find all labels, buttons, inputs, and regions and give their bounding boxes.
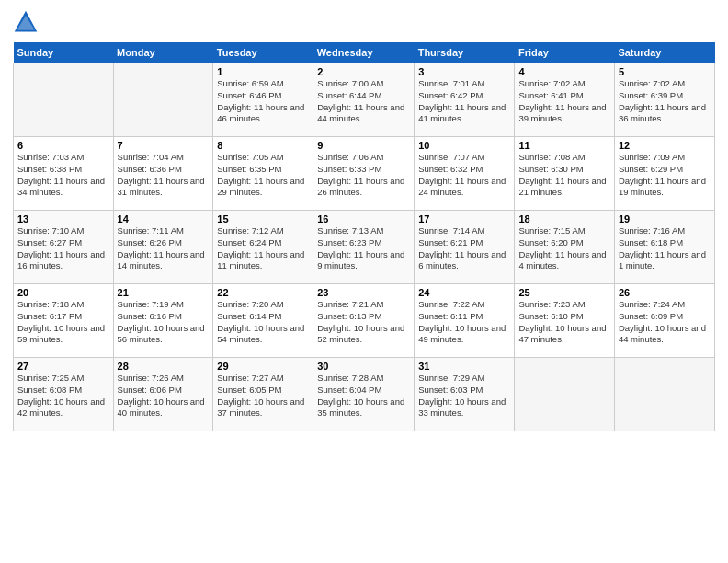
- day-number: 27: [17, 361, 109, 372]
- day-info: Sunrise: 7:02 AMSunset: 6:41 PMDaylight:…: [518, 78, 609, 125]
- day-number: 31: [418, 361, 510, 372]
- day-number: 19: [619, 213, 711, 224]
- day-info: Sunrise: 7:10 AMSunset: 6:27 PMDaylight:…: [17, 225, 109, 272]
- calendar-cell: 31Sunrise: 7:29 AMSunset: 6:03 PMDayligh…: [415, 358, 515, 431]
- weekday-header-monday: Monday: [113, 42, 213, 63]
- day-info: Sunrise: 7:28 AMSunset: 6:04 PMDaylight:…: [317, 373, 410, 419]
- weekday-header-thursday: Thursday: [415, 42, 515, 63]
- calendar-cell: 30Sunrise: 7:28 AMSunset: 6:04 PMDayligh…: [313, 358, 415, 431]
- calendar-cell: 11Sunrise: 7:08 AMSunset: 6:30 PMDayligh…: [515, 137, 614, 211]
- day-info: Sunrise: 7:14 AMSunset: 6:21 PMDaylight:…: [418, 225, 510, 272]
- calendar-cell: 24Sunrise: 7:22 AMSunset: 6:11 PMDayligh…: [415, 284, 515, 358]
- calendar-cell: 2Sunrise: 7:00 AMSunset: 6:44 PMDaylight…: [313, 63, 415, 137]
- calendar-cell: 1Sunrise: 6:59 AMSunset: 6:46 PMDaylight…: [213, 63, 313, 137]
- day-info: Sunrise: 7:29 AMSunset: 6:03 PMDaylight:…: [418, 373, 510, 419]
- day-number: 29: [217, 361, 309, 372]
- day-info: Sunrise: 7:23 AMSunset: 6:10 PMDaylight:…: [518, 299, 609, 346]
- day-number: 20: [17, 287, 109, 298]
- calendar-week-row: 27Sunrise: 7:25 AMSunset: 6:08 PMDayligh…: [14, 358, 715, 431]
- day-number: 13: [17, 213, 109, 224]
- calendar-cell: 21Sunrise: 7:19 AMSunset: 6:16 PMDayligh…: [113, 284, 213, 358]
- calendar-cell: 14Sunrise: 7:11 AMSunset: 6:26 PMDayligh…: [113, 211, 213, 284]
- calendar-week-row: 6Sunrise: 7:03 AMSunset: 6:38 PMDaylight…: [14, 137, 715, 211]
- day-number: 5: [619, 66, 711, 77]
- calendar-cell: 5Sunrise: 7:02 AMSunset: 6:39 PMDaylight…: [614, 63, 714, 137]
- day-number: 16: [317, 213, 410, 224]
- calendar-cell: 10Sunrise: 7:07 AMSunset: 6:32 PMDayligh…: [415, 137, 515, 211]
- calendar-cell: 23Sunrise: 7:21 AMSunset: 6:13 PMDayligh…: [313, 284, 415, 358]
- day-info: Sunrise: 7:03 AMSunset: 6:38 PMDaylight:…: [17, 152, 109, 199]
- day-number: 23: [317, 287, 410, 298]
- calendar-cell: 3Sunrise: 7:01 AMSunset: 6:42 PMDaylight…: [415, 63, 515, 137]
- calendar-cell: 19Sunrise: 7:16 AMSunset: 6:18 PMDayligh…: [614, 211, 714, 284]
- weekday-header-row: SundayMondayTuesdayWednesdayThursdayFrid…: [14, 42, 715, 63]
- day-info: Sunrise: 7:04 AMSunset: 6:36 PMDaylight:…: [118, 152, 210, 199]
- day-info: Sunrise: 7:19 AMSunset: 6:16 PMDaylight:…: [118, 299, 210, 346]
- calendar-cell: 9Sunrise: 7:06 AMSunset: 6:33 PMDaylight…: [313, 137, 415, 211]
- day-number: 12: [619, 140, 711, 151]
- calendar-cell: 26Sunrise: 7:24 AMSunset: 6:09 PMDayligh…: [614, 284, 714, 358]
- day-info: Sunrise: 7:09 AMSunset: 6:29 PMDaylight:…: [619, 152, 711, 199]
- calendar-cell: 18Sunrise: 7:15 AMSunset: 6:20 PMDayligh…: [515, 211, 614, 284]
- day-info: Sunrise: 7:16 AMSunset: 6:18 PMDaylight:…: [619, 225, 711, 272]
- day-info: Sunrise: 7:13 AMSunset: 6:23 PMDaylight:…: [317, 225, 410, 272]
- calendar-cell: 7Sunrise: 7:04 AMSunset: 6:36 PMDaylight…: [113, 137, 213, 211]
- calendar-cell: 22Sunrise: 7:20 AMSunset: 6:14 PMDayligh…: [213, 284, 313, 358]
- day-info: Sunrise: 7:06 AMSunset: 6:33 PMDaylight:…: [317, 152, 410, 199]
- day-number: 8: [217, 140, 309, 151]
- day-number: 6: [17, 140, 109, 151]
- weekday-header-wednesday: Wednesday: [313, 42, 415, 63]
- day-info: Sunrise: 7:25 AMSunset: 6:08 PMDaylight:…: [17, 373, 109, 419]
- calendar-week-row: 1Sunrise: 6:59 AMSunset: 6:46 PMDaylight…: [14, 63, 715, 137]
- day-number: 22: [217, 287, 309, 298]
- day-info: Sunrise: 7:07 AMSunset: 6:32 PMDaylight:…: [418, 152, 510, 199]
- calendar-cell: 29Sunrise: 7:27 AMSunset: 6:05 PMDayligh…: [213, 358, 313, 431]
- weekday-header-sunday: Sunday: [14, 42, 114, 63]
- day-info: Sunrise: 7:20 AMSunset: 6:14 PMDaylight:…: [217, 299, 309, 346]
- calendar-cell: 28Sunrise: 7:26 AMSunset: 6:06 PMDayligh…: [113, 358, 213, 431]
- weekday-header-saturday: Saturday: [614, 42, 714, 63]
- day-number: 17: [418, 213, 510, 224]
- day-number: 14: [118, 213, 210, 224]
- day-number: 9: [317, 140, 410, 151]
- day-info: Sunrise: 7:01 AMSunset: 6:42 PMDaylight:…: [418, 78, 510, 125]
- day-info: Sunrise: 7:27 AMSunset: 6:05 PMDaylight:…: [217, 373, 309, 419]
- day-number: 28: [118, 361, 210, 372]
- day-number: 10: [418, 140, 510, 151]
- calendar-cell: 13Sunrise: 7:10 AMSunset: 6:27 PMDayligh…: [14, 211, 114, 284]
- page-header: [13, 9, 715, 35]
- calendar-week-row: 20Sunrise: 7:18 AMSunset: 6:17 PMDayligh…: [14, 284, 715, 358]
- weekday-header-friday: Friday: [515, 42, 614, 63]
- day-info: Sunrise: 7:24 AMSunset: 6:09 PMDaylight:…: [619, 299, 711, 346]
- day-number: 4: [518, 66, 609, 77]
- calendar-cell: [14, 63, 114, 137]
- calendar-cell: 17Sunrise: 7:14 AMSunset: 6:21 PMDayligh…: [415, 211, 515, 284]
- day-number: 25: [518, 287, 609, 298]
- day-info: Sunrise: 6:59 AMSunset: 6:46 PMDaylight:…: [217, 78, 309, 125]
- day-number: 30: [317, 361, 410, 372]
- logo-icon: [13, 9, 39, 35]
- calendar-cell: 4Sunrise: 7:02 AMSunset: 6:41 PMDaylight…: [515, 63, 614, 137]
- calendar-cell: 15Sunrise: 7:12 AMSunset: 6:24 PMDayligh…: [213, 211, 313, 284]
- calendar-cell: 20Sunrise: 7:18 AMSunset: 6:17 PMDayligh…: [14, 284, 114, 358]
- calendar-cell: [113, 63, 213, 137]
- day-info: Sunrise: 7:11 AMSunset: 6:26 PMDaylight:…: [118, 225, 210, 272]
- calendar-week-row: 13Sunrise: 7:10 AMSunset: 6:27 PMDayligh…: [14, 211, 715, 284]
- calendar-cell: 8Sunrise: 7:05 AMSunset: 6:35 PMDaylight…: [213, 137, 313, 211]
- day-info: Sunrise: 7:21 AMSunset: 6:13 PMDaylight:…: [317, 299, 410, 346]
- calendar-cell: 12Sunrise: 7:09 AMSunset: 6:29 PMDayligh…: [614, 137, 714, 211]
- calendar-cell: [614, 358, 714, 431]
- day-info: Sunrise: 7:15 AMSunset: 6:20 PMDaylight:…: [518, 225, 609, 272]
- day-info: Sunrise: 7:18 AMSunset: 6:17 PMDaylight:…: [17, 299, 109, 346]
- day-info: Sunrise: 7:12 AMSunset: 6:24 PMDaylight:…: [217, 225, 309, 272]
- day-info: Sunrise: 7:26 AMSunset: 6:06 PMDaylight:…: [118, 373, 210, 419]
- day-number: 26: [619, 287, 711, 298]
- calendar-cell: 16Sunrise: 7:13 AMSunset: 6:23 PMDayligh…: [313, 211, 415, 284]
- day-number: 7: [118, 140, 210, 151]
- day-number: 24: [418, 287, 510, 298]
- day-number: 3: [418, 66, 510, 77]
- calendar-cell: 6Sunrise: 7:03 AMSunset: 6:38 PMDaylight…: [14, 137, 114, 211]
- day-info: Sunrise: 7:05 AMSunset: 6:35 PMDaylight:…: [217, 152, 309, 199]
- day-number: 1: [217, 66, 309, 77]
- day-info: Sunrise: 7:08 AMSunset: 6:30 PMDaylight:…: [518, 152, 609, 199]
